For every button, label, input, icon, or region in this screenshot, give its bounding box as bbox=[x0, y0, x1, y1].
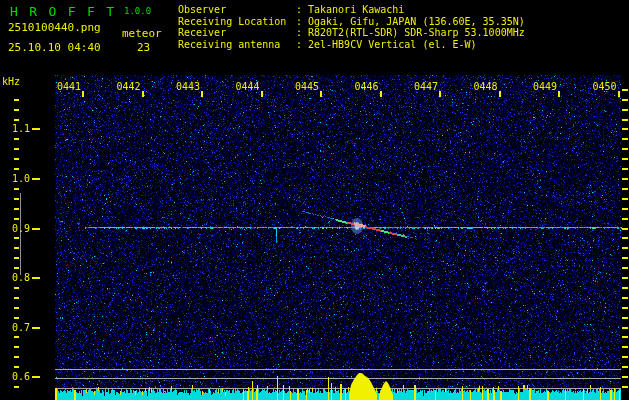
time-tick-label: 0447 bbox=[414, 81, 438, 92]
output-filename: 2510100440.png bbox=[8, 21, 101, 34]
info-value: 2el-HB9CV Vertical (el. E-W) bbox=[308, 39, 477, 50]
station-info-row: Receiving antenna:2el-HB9CV Vertical (el… bbox=[178, 39, 477, 50]
spectrogram-canvas bbox=[0, 0, 629, 400]
info-colon: : bbox=[296, 16, 308, 27]
time-tick-label: 0442 bbox=[117, 81, 141, 92]
freq-tick-label: 0.6 bbox=[6, 371, 30, 382]
app-title: H R O F F T bbox=[10, 4, 116, 19]
time-tick-label: 0450 bbox=[593, 81, 617, 92]
station-info: Observer:Takanori KawachiReceiving Locat… bbox=[178, 4, 626, 54]
info-value: Ogaki, Gifu, JAPAN (136.60E, 35.35N) bbox=[308, 16, 525, 27]
datetime-label: 25.10.10 04:40 bbox=[8, 41, 101, 54]
info-label: Observer bbox=[178, 4, 296, 15]
info-label: Receiving antenna bbox=[178, 39, 296, 50]
info-colon: : bbox=[296, 4, 308, 15]
freq-tick-label: 0.9 bbox=[6, 223, 30, 234]
time-tick-label: 0448 bbox=[474, 81, 498, 92]
freq-tick-label: 1.0 bbox=[6, 173, 30, 184]
time-tick-label: 0443 bbox=[176, 81, 200, 92]
mode-label: meteor bbox=[122, 27, 162, 40]
hrofft-output-window: H R O F F T 1.0.0 2510100440.png meteor … bbox=[0, 0, 629, 400]
time-tick-label: 0445 bbox=[295, 81, 319, 92]
info-value: R820T2(RTL-SDR) SDR-Sharp 53.1000MHz bbox=[308, 27, 525, 38]
info-colon: : bbox=[296, 39, 308, 50]
time-tick-label: 0446 bbox=[355, 81, 379, 92]
freq-tick-label: 0.7 bbox=[6, 322, 30, 333]
info-colon: : bbox=[296, 27, 308, 38]
echo-count: 23 bbox=[137, 41, 150, 54]
time-tick-label: 0441 bbox=[57, 81, 81, 92]
station-info-row: Observer:Takanori Kawachi bbox=[178, 4, 404, 15]
app-version: 1.0.0 bbox=[124, 6, 151, 16]
info-label: Receiving Location bbox=[178, 16, 296, 27]
station-info-row: Receiver:R820T2(RTL-SDR) SDR-Sharp 53.10… bbox=[178, 27, 525, 38]
time-tick-label: 0444 bbox=[236, 81, 260, 92]
info-label: Receiver bbox=[178, 27, 296, 38]
station-info-row: Receiving Location:Ogaki, Gifu, JAPAN (1… bbox=[178, 16, 525, 27]
freq-tick-label: 1.1 bbox=[6, 123, 30, 134]
freq-tick-label: 0.8 bbox=[6, 272, 30, 283]
freq-unit-label: kHz bbox=[2, 76, 20, 87]
time-tick-label: 0449 bbox=[533, 81, 557, 92]
info-value: Takanori Kawachi bbox=[308, 4, 404, 15]
